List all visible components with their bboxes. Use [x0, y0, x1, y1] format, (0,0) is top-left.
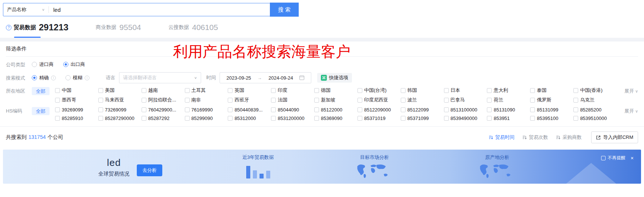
sort-option[interactable]: 贸易时间 — [489, 134, 514, 141]
region-checkbox[interactable]: 印度 — [271, 87, 314, 94]
hs-code-checkbox[interactable]: 85285200 — [573, 107, 617, 113]
region-checkbox[interactable]: 法国 — [271, 97, 314, 103]
hs-code-checkbox[interactable]: 85371019 — [357, 116, 401, 121]
region-checkbox[interactable]: 西班牙 — [228, 97, 271, 103]
hs-checkbox-grid: 39269099 73269099 760429900... 76169990 … — [55, 107, 617, 121]
region-checkbox[interactable]: 南非 — [185, 97, 228, 103]
hs-code-checkbox[interactable]: 8539510000 — [573, 116, 617, 121]
checkbox-icon — [185, 107, 190, 112]
product-name-selector[interactable]: 产品名称 ∨ — [3, 3, 48, 16]
close-icon[interactable]: × — [631, 155, 634, 161]
company-type-radio[interactable]: 进口商 — [32, 61, 54, 68]
region-checkbox[interactable]: 俄罗斯 — [530, 97, 573, 103]
region-checkbox[interactable]: 意大利 — [487, 87, 530, 94]
hs-code-checkbox[interactable]: 39269099 — [55, 107, 98, 113]
hs-code-checkbox[interactable]: 850440839... — [228, 107, 271, 113]
hs-code-checkbox[interactable]: 85131090 — [487, 107, 530, 113]
checkbox-label: 土耳其 — [191, 87, 206, 94]
search-input[interactable] — [49, 3, 270, 16]
region-checkbox[interactable]: 新加坡 — [314, 97, 357, 103]
region-checkbox[interactable]: 英国 — [228, 87, 271, 94]
hs-code-checkbox[interactable]: 853951 — [487, 116, 530, 121]
region-checkbox[interactable]: 中国 — [55, 87, 98, 94]
checkbox-icon — [487, 88, 492, 93]
hs-code-checkbox[interactable]: 760429900... — [142, 107, 185, 113]
region-expand-button[interactable]: 展开∨ — [617, 87, 638, 94]
hs-code-checkbox[interactable]: 85369090 — [314, 116, 357, 121]
hs-code-checkbox[interactable]: 85299090 — [185, 116, 228, 121]
region-checkbox[interactable]: 阿拉伯联合... — [142, 97, 185, 103]
region-all-button[interactable]: 全部 — [32, 87, 50, 95]
sort-icon — [522, 135, 527, 140]
search-button[interactable]: 搜 索 — [270, 3, 299, 17]
region-checkbox[interactable]: 土耳其 — [185, 87, 228, 94]
date-range-picker[interactable]: 2023-09-25 → 2024-09-24 — [220, 72, 311, 83]
hs-code-checkbox[interactable]: 85371099 — [401, 116, 444, 121]
checkbox-label: 8512209000 — [364, 107, 391, 113]
trade-data-block[interactable]: 近3年贸易数据 — [228, 154, 288, 178]
import-crm-button[interactable]: 导入内部CRM — [591, 131, 638, 143]
hs-code-row: HS编码 全部 39269099 73269099 760429900... 7… — [6, 107, 638, 121]
checkbox-icon — [487, 107, 492, 112]
hs-code-checkbox[interactable]: 85122000 — [314, 107, 357, 113]
checkbox-icon — [573, 107, 578, 112]
hs-code-checkbox[interactable]: 85287292 — [142, 116, 185, 121]
hs-code-checkbox[interactable]: 8512209000 — [357, 107, 401, 113]
analyze-button[interactable]: 去分析 — [137, 164, 162, 176]
selector-value: 产品名称 — [7, 6, 26, 13]
region-checkbox[interactable]: 德国 — [314, 87, 357, 94]
hs-code-checkbox[interactable]: 8513100000 — [444, 107, 487, 113]
sort-option[interactable]: 采购商数 — [556, 134, 582, 141]
company-type-options: 进口商 出口商 — [32, 61, 85, 68]
hs-code-checkbox[interactable]: 85044090 — [271, 107, 314, 113]
region-checkbox[interactable]: 荷兰 — [487, 97, 530, 103]
region-checkbox[interactable]: 中国(台湾) — [357, 87, 401, 94]
crm-button-label: 导入内部CRM — [603, 134, 633, 141]
sort-option[interactable]: 贸易次数 — [522, 134, 548, 141]
target-market-block[interactable]: 目标市场分析 — [343, 154, 406, 183]
region-checkbox[interactable]: 日本 — [444, 87, 487, 94]
hs-code-checkbox[interactable]: 8539490000 — [444, 116, 487, 121]
origin-analysis-block[interactable]: 原产地分析 — [470, 154, 525, 183]
region-checkbox[interactable]: 墨西哥 — [55, 97, 98, 103]
region-checkbox[interactable]: 美国 — [98, 87, 142, 94]
region-checkbox[interactable]: 乌克兰 — [573, 97, 617, 103]
hs-code-checkbox[interactable]: 85395100 — [530, 116, 573, 121]
dismiss-checkbox[interactable] — [601, 156, 606, 160]
radio-label: 精确 — [39, 74, 49, 81]
checkbox-label: 85312000 — [234, 116, 256, 121]
region-checkbox[interactable]: 波兰 — [401, 97, 444, 103]
region-checkbox[interactable]: 中国(香港) — [573, 87, 617, 94]
quick-options-button[interactable]: ⌘ 快捷选项 — [317, 73, 352, 83]
checkbox-label: 8531200000 — [278, 116, 304, 121]
hs-code-checkbox[interactable]: 73269099 — [98, 107, 142, 113]
region-checkbox[interactable]: 巴拿马 — [444, 97, 487, 103]
data-tab[interactable]: ? 商业数据 95504 — [96, 21, 142, 38]
data-tab[interactable]: ? 贸易数据 291213 — [6, 21, 70, 38]
region-label: 所在地区 — [6, 87, 32, 94]
hs-code-checkbox[interactable]: 85285910 — [55, 116, 98, 121]
sort-label: 贸易次数 — [529, 134, 548, 141]
region-checkbox[interactable]: 越南 — [142, 87, 185, 94]
region-checkbox[interactable]: 韩国 — [401, 87, 444, 94]
market-label: 目标市场分析 — [343, 154, 406, 161]
hs-code-checkbox[interactable]: 8531200000 — [271, 116, 314, 121]
hs-code-checkbox[interactable]: 85122099 — [401, 107, 444, 113]
hs-code-checkbox[interactable]: 85131099 — [530, 107, 573, 113]
hs-code-checkbox[interactable]: 76169990 — [185, 107, 228, 113]
company-type-radio[interactable]: 出口商 — [63, 61, 85, 68]
search-mode-radio[interactable]: 模糊 i — [65, 74, 89, 81]
hs-expand-button[interactable]: 展开∨ — [617, 107, 638, 114]
checkbox-label: 越南 — [148, 87, 158, 94]
tab-count: 291213 — [39, 22, 68, 33]
hs-code-checkbox[interactable]: 85312000 — [228, 116, 271, 121]
language-select[interactable]: 请选择翻译语言 ∨ — [119, 72, 201, 83]
quick-options-label: 快捷选项 — [329, 74, 348, 81]
region-checkbox[interactable]: 印度尼西亚 — [357, 97, 401, 103]
hs-all-button[interactable]: 全部 — [32, 107, 50, 115]
search-mode-radio[interactable]: 精确 i — [32, 74, 56, 81]
region-checkbox[interactable]: 马来西亚 — [98, 97, 142, 103]
hs-code-checkbox[interactable]: 85287290000 — [98, 116, 142, 121]
region-checkbox[interactable]: 泰国 — [530, 87, 573, 94]
data-tab[interactable]: ? 云搜数据 406105 — [169, 21, 220, 38]
